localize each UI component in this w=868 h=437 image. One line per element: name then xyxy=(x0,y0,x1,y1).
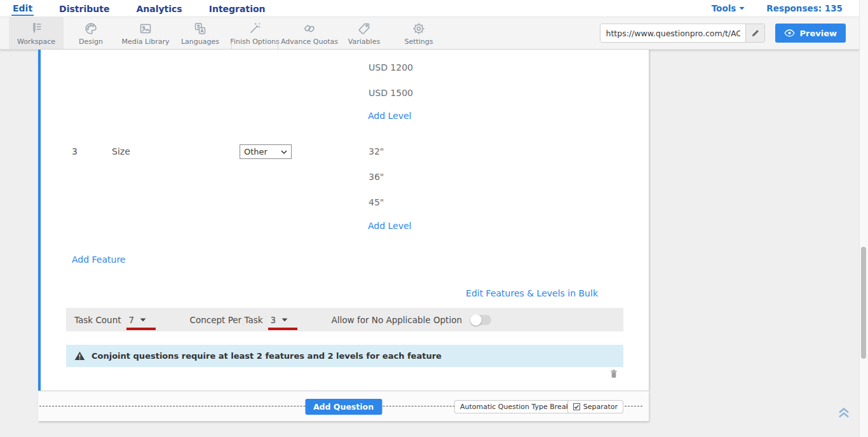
page-scrollbar-thumb[interactable] xyxy=(861,247,866,359)
toolbar-item-variables[interactable]: Variables xyxy=(337,17,391,49)
separator-checkbox-pill[interactable]: Separator xyxy=(567,400,623,413)
advance-quotas-icon xyxy=(302,21,317,36)
top-nav-tabs: Edit Distribute Analytics Integration xyxy=(0,1,267,16)
survey-url-input[interactable] xyxy=(600,24,745,42)
design-icon xyxy=(83,21,98,36)
preview-label: Preview xyxy=(799,29,837,38)
toolbar-item-languages[interactable]: Languages xyxy=(173,17,227,49)
tab-distribute[interactable]: Distribute xyxy=(58,2,111,15)
toolbar-item-advance-quotas[interactable]: Advance Quotas xyxy=(282,17,337,49)
delete-question-button[interactable] xyxy=(607,368,621,380)
toolbar-item-workspace[interactable]: Workspace xyxy=(9,17,64,49)
responses-count[interactable]: Responses: 135 xyxy=(766,3,843,13)
toolbar-item-media-library[interactable]: Media Library xyxy=(118,17,173,49)
scroll-to-top-button[interactable] xyxy=(836,406,851,420)
chevron-down-icon xyxy=(739,6,745,10)
toolbar-label: Advance Quotas xyxy=(281,38,338,46)
validation-underline xyxy=(268,328,297,330)
double-chevron-up-icon xyxy=(836,406,851,420)
toolbar-label: Workspace xyxy=(17,38,55,46)
add-feature-link[interactable]: Add Feature xyxy=(72,254,125,265)
top-navigation: Edit Distribute Analytics Integration To… xyxy=(0,0,868,17)
toolbar-items: Workspace Design xyxy=(0,17,446,49)
settings-icon xyxy=(411,21,426,36)
editor-toolbar: Workspace Design xyxy=(0,17,868,50)
feature-index: 3 xyxy=(72,146,78,156)
survey-url-group xyxy=(600,24,765,43)
level-text[interactable]: 36" xyxy=(369,172,384,182)
edit-bulk-link[interactable]: Edit Features & Levels in Bulk xyxy=(466,288,598,298)
toolbar-label: Design xyxy=(79,38,103,46)
add-level-link[interactable]: Add Level xyxy=(368,111,412,121)
languages-icon xyxy=(193,21,208,36)
chevron-down-icon xyxy=(140,318,146,322)
eye-icon xyxy=(784,29,795,37)
task-count-value: 7 xyxy=(129,315,135,325)
page-scrollbar-track[interactable] xyxy=(859,0,868,437)
validation-underline xyxy=(126,328,156,330)
concept-per-task-dropdown[interactable]: 3 xyxy=(271,315,292,325)
task-count-label: Task Count xyxy=(74,315,121,325)
conjoint-settings-bar: Task Count 7 Concept Per Task 3 Allow fo… xyxy=(66,308,623,331)
tab-analytics[interactable]: Analytics xyxy=(135,2,183,15)
toolbar-label: Media Library xyxy=(122,38,170,46)
workspace-icon xyxy=(29,21,44,36)
toggle-knob xyxy=(470,314,482,326)
media-library-icon xyxy=(138,21,153,36)
warning-text: Conjoint questions require at least 2 fe… xyxy=(92,351,442,361)
task-count-dropdown[interactable]: 7 xyxy=(129,315,151,325)
level-text[interactable]: USD 1200 xyxy=(369,62,413,73)
trash-icon xyxy=(607,368,620,380)
feature-type-select[interactable]: Other xyxy=(240,144,292,159)
feature-type-selected-value: Other xyxy=(244,147,268,156)
variables-icon xyxy=(356,21,372,36)
auto-question-type-break-pill[interactable]: Automatic Question Type Break xyxy=(454,400,576,413)
chevron-down-icon xyxy=(281,150,287,154)
toolbar-label: Settings xyxy=(404,38,433,46)
no-applicable-option-label: Allow for No Applicable Option xyxy=(332,315,462,325)
edit-url-button[interactable] xyxy=(745,24,764,43)
conjoint-question-panel: USD 1200 USD 1500 Add Level 3 Size Other… xyxy=(38,50,649,391)
toolbar-item-design[interactable]: Design xyxy=(64,17,118,49)
questionpro-survey-editor: Edit Distribute Analytics Integration To… xyxy=(0,0,868,437)
checkbox-checked-icon xyxy=(573,403,580,410)
top-nav-right: Tools Responses: 135 xyxy=(712,3,868,13)
toolbar-right: Preview xyxy=(600,17,868,49)
toolbar-label: Variables xyxy=(348,38,380,46)
pencil-icon xyxy=(751,29,760,38)
tab-edit[interactable]: Edit xyxy=(11,1,34,16)
tools-label: Tools xyxy=(712,3,736,13)
add-question-button[interactable]: Add Question xyxy=(305,399,382,415)
selected-question-accent-bar xyxy=(38,50,41,391)
auto-break-label: Automatic Question Type Break xyxy=(460,403,570,411)
level-text[interactable]: USD 1500 xyxy=(369,88,413,98)
chevron-down-icon xyxy=(281,318,288,322)
no-applicable-option-toggle[interactable] xyxy=(471,315,491,325)
feature-name[interactable]: Size xyxy=(112,146,130,156)
tools-dropdown[interactable]: Tools xyxy=(712,3,745,13)
preview-button[interactable]: Preview xyxy=(775,24,846,43)
separator-label: Separator xyxy=(583,403,618,411)
add-question-strip: Add Question Automatic Question Type Bre… xyxy=(38,391,649,421)
finish-options-icon xyxy=(247,21,262,36)
toolbar-item-settings[interactable]: Settings xyxy=(391,17,446,49)
concept-per-task-value: 3 xyxy=(271,315,276,325)
level-text[interactable]: 32" xyxy=(369,146,384,156)
add-level-link[interactable]: Add Level xyxy=(368,221,412,231)
conjoint-warning-banner: Conjoint questions require at least 2 fe… xyxy=(66,345,623,367)
toolbar-label: Finish Options xyxy=(230,38,279,46)
warning-icon xyxy=(74,351,85,361)
level-text[interactable]: 45" xyxy=(369,197,384,207)
toolbar-label: Languages xyxy=(181,38,219,46)
concept-per-task-label: Concept Per Task xyxy=(190,315,263,325)
toolbar-item-finish-options[interactable]: Finish Options xyxy=(227,17,282,49)
tab-integration[interactable]: Integration xyxy=(208,2,267,15)
